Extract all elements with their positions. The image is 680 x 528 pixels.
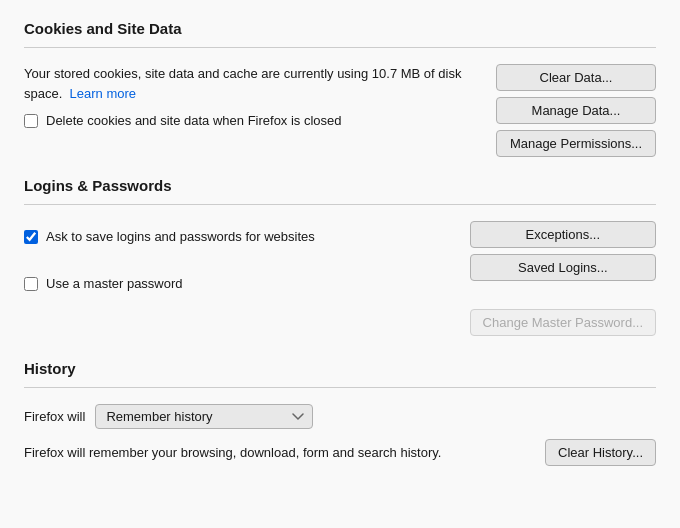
saved-logins-button[interactable]: Saved Logins...: [470, 254, 656, 281]
cookies-section-title: Cookies and Site Data: [24, 20, 656, 37]
cookies-divider: [24, 47, 656, 48]
master-password-label[interactable]: Use a master password: [46, 276, 183, 291]
logins-buttons: Exceptions... Saved Logins... Change Mas…: [470, 221, 656, 336]
master-password-row: Use a master password: [24, 276, 454, 291]
ask-save-label[interactable]: Ask to save logins and passwords for web…: [46, 229, 315, 244]
clear-data-button[interactable]: Clear Data...: [496, 64, 656, 91]
delete-cookies-row: Delete cookies and site data when Firefo…: [24, 113, 480, 128]
manage-data-button[interactable]: Manage Data...: [496, 97, 656, 124]
exceptions-button[interactable]: Exceptions...: [470, 221, 656, 248]
logins-divider: [24, 204, 656, 205]
cookies-description: Your stored cookies, site data and cache…: [24, 64, 480, 103]
firefox-will-label: Firefox will: [24, 409, 85, 424]
logins-left: Ask to save logins and passwords for web…: [24, 221, 454, 299]
manage-permissions-button[interactable]: Manage Permissions...: [496, 130, 656, 157]
delete-cookies-checkbox[interactable]: [24, 114, 38, 128]
logins-section: Logins & Passwords Ask to save logins an…: [24, 177, 656, 336]
logins-body: Ask to save logins and passwords for web…: [24, 221, 656, 336]
cookies-buttons: Clear Data... Manage Data... Manage Perm…: [496, 64, 656, 157]
logins-btn-spacer: [470, 287, 656, 303]
change-master-password-button[interactable]: Change Master Password...: [470, 309, 656, 336]
ask-save-row: Ask to save logins and passwords for web…: [24, 229, 454, 244]
settings-page: Cookies and Site Data Your stored cookie…: [0, 0, 680, 510]
logins-spacer: [24, 252, 454, 268]
cookies-body: Your stored cookies, site data and cache…: [24, 64, 656, 157]
history-dropdown[interactable]: Remember history Never remember history …: [95, 404, 313, 429]
history-dropdown-row: Firefox will Remember history Never reme…: [24, 404, 656, 429]
master-password-checkbox[interactable]: [24, 277, 38, 291]
history-divider: [24, 387, 656, 388]
clear-history-button[interactable]: Clear History...: [545, 439, 656, 466]
learn-more-link[interactable]: Learn more: [70, 86, 136, 101]
history-bottom: Firefox will remember your browsing, dow…: [24, 439, 656, 466]
logins-section-title: Logins & Passwords: [24, 177, 656, 194]
ask-save-checkbox[interactable]: [24, 230, 38, 244]
history-description: Firefox will remember your browsing, dow…: [24, 443, 529, 463]
cookies-left: Your stored cookies, site data and cache…: [24, 64, 480, 136]
history-section: History Firefox will Remember history Ne…: [24, 360, 656, 466]
cookies-section: Cookies and Site Data Your stored cookie…: [24, 20, 656, 157]
delete-cookies-label[interactable]: Delete cookies and site data when Firefo…: [46, 113, 342, 128]
history-section-title: History: [24, 360, 656, 377]
